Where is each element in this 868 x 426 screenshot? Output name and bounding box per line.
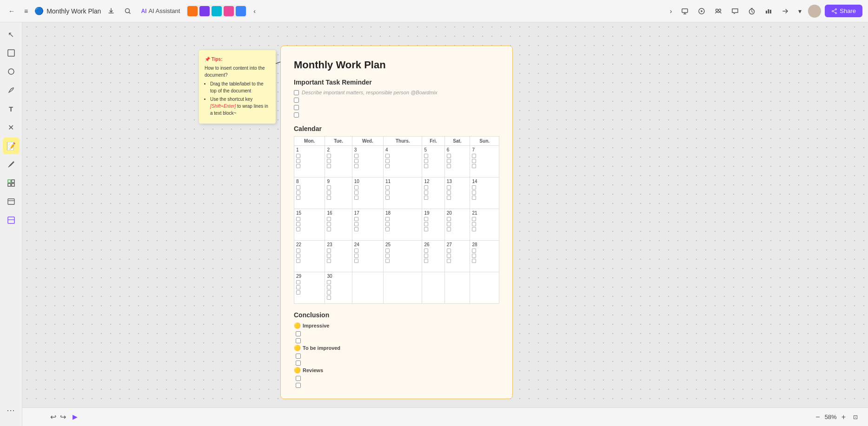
cal-checkbox[interactable] <box>354 159 358 163</box>
cal-checkbox[interactable] <box>472 159 476 163</box>
task-checkbox-3[interactable] <box>294 105 299 110</box>
cal-checkbox[interactable] <box>296 217 300 221</box>
cal-checkbox[interactable] <box>327 254 331 258</box>
cal-checkbox[interactable] <box>296 222 300 226</box>
cal-checkbox[interactable] <box>354 227 358 231</box>
conclusion-cb[interactable] <box>296 383 301 388</box>
cal-checkbox[interactable] <box>385 254 390 258</box>
cal-checkbox[interactable] <box>472 222 476 226</box>
sidebar-item-more[interactable]: ··· <box>3 402 20 419</box>
cal-checkbox[interactable] <box>385 217 390 221</box>
cal-checkbox[interactable] <box>424 190 428 195</box>
ai-assistant-button[interactable]: AI AI Assistant <box>138 6 183 16</box>
dropdown-button[interactable]: ▾ <box>795 6 804 17</box>
task-checkbox-4[interactable] <box>294 112 299 118</box>
cal-checkbox[interactable] <box>296 290 300 295</box>
sidebar-item-shape[interactable] <box>3 63 20 80</box>
cal-checkbox[interactable] <box>327 159 331 163</box>
cal-checkbox[interactable] <box>354 254 358 258</box>
tab-purple[interactable] <box>199 6 210 16</box>
cal-checkbox[interactable] <box>385 196 390 200</box>
cal-checkbox[interactable] <box>385 249 390 253</box>
cal-checkbox[interactable] <box>354 217 358 221</box>
cal-checkbox[interactable] <box>447 254 451 258</box>
cal-checkbox[interactable] <box>327 217 331 221</box>
cal-checkbox[interactable] <box>354 185 358 190</box>
cal-checkbox[interactable] <box>447 185 451 190</box>
cal-checkbox[interactable] <box>447 196 451 200</box>
cal-checkbox[interactable] <box>296 254 300 258</box>
canvas-area[interactable]: 📌 Tips: How to insert content into the d… <box>22 22 868 426</box>
tab-blue[interactable] <box>236 6 246 16</box>
cal-checkbox[interactable] <box>354 259 358 263</box>
conclusion-cb[interactable] <box>296 360 301 366</box>
cal-checkbox[interactable] <box>472 259 476 263</box>
conclusion-cb[interactable] <box>296 338 301 343</box>
cal-checkbox[interactable] <box>447 159 451 163</box>
play-button[interactable] <box>695 6 708 17</box>
cal-checkbox[interactable] <box>296 227 300 231</box>
cal-checkbox[interactable] <box>385 227 390 231</box>
cal-checkbox[interactable] <box>472 217 476 221</box>
cal-checkbox[interactable] <box>472 154 476 158</box>
cal-checkbox[interactable] <box>385 164 390 168</box>
cal-checkbox[interactable] <box>327 259 331 263</box>
cal-checkbox[interactable] <box>327 185 331 190</box>
conclusion-cb[interactable] <box>296 354 301 359</box>
cal-checkbox[interactable] <box>296 190 300 195</box>
run-button[interactable]: ▶ <box>70 411 80 422</box>
cal-checkbox[interactable] <box>424 222 428 226</box>
sidebar-item-pen[interactable] <box>3 82 20 98</box>
cal-checkbox[interactable] <box>447 222 451 226</box>
share-button[interactable]: Share <box>825 5 862 17</box>
cal-checkbox[interactable] <box>447 217 451 221</box>
cal-checkbox[interactable] <box>424 217 428 221</box>
cal-checkbox[interactable] <box>447 154 451 158</box>
search-button[interactable] <box>121 6 134 17</box>
cal-checkbox[interactable] <box>385 154 390 158</box>
sidebar-item-card[interactable] <box>3 193 20 210</box>
task-checkbox-2[interactable] <box>294 98 299 103</box>
cal-checkbox[interactable] <box>424 164 428 168</box>
cal-checkbox[interactable] <box>327 164 331 168</box>
redo-button[interactable]: ↪ <box>60 413 66 421</box>
download-button[interactable] <box>105 6 118 17</box>
zoom-in-button[interactable]: + <box>840 412 848 422</box>
cal-checkbox[interactable] <box>296 285 300 289</box>
sidebar-item-sticky[interactable]: 📝 <box>3 138 20 154</box>
cal-checkbox[interactable] <box>327 222 331 226</box>
cal-checkbox[interactable] <box>447 259 451 263</box>
cal-checkbox[interactable] <box>424 154 428 158</box>
cal-checkbox[interactable] <box>424 227 428 231</box>
tab-cyan[interactable] <box>212 6 222 16</box>
cal-checkbox[interactable] <box>354 164 358 168</box>
sidebar-item-cursor[interactable]: ↖ <box>3 26 20 43</box>
chart-button[interactable] <box>762 6 775 17</box>
cal-checkbox[interactable] <box>472 164 476 168</box>
collapse-button[interactable]: ‹ <box>251 6 258 17</box>
cal-checkbox[interactable] <box>327 196 331 200</box>
cal-checkbox[interactable] <box>447 190 451 195</box>
sidebar-item-panel[interactable] <box>3 212 20 229</box>
cal-checkbox[interactable] <box>472 185 476 190</box>
cal-checkbox[interactable] <box>327 154 331 158</box>
cal-checkbox[interactable] <box>354 154 358 158</box>
fit-button[interactable]: ⊡ <box>850 412 861 422</box>
arrow-button[interactable] <box>779 6 792 17</box>
sidebar-item-brush[interactable] <box>3 156 20 173</box>
cal-checkbox[interactable] <box>385 159 390 163</box>
collab-button[interactable] <box>712 6 725 17</box>
task-checkbox-1[interactable] <box>294 90 299 95</box>
cal-checkbox[interactable] <box>296 159 300 163</box>
cal-checkbox[interactable] <box>447 164 451 168</box>
cal-checkbox[interactable] <box>327 285 331 289</box>
comment-button[interactable] <box>729 6 742 17</box>
cal-checkbox[interactable] <box>424 259 428 263</box>
cal-checkbox[interactable] <box>447 227 451 231</box>
cal-checkbox[interactable] <box>327 249 331 253</box>
cal-checkbox[interactable] <box>385 185 390 190</box>
cal-checkbox[interactable] <box>354 196 358 200</box>
cal-checkbox[interactable] <box>354 190 358 195</box>
sidebar-item-frame[interactable] <box>3 45 20 61</box>
back-button[interactable]: ← <box>6 6 18 17</box>
